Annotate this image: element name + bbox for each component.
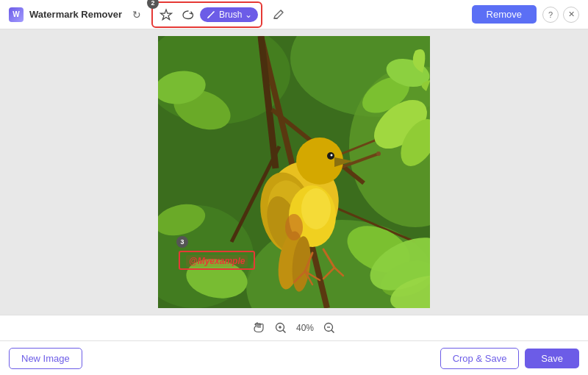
brush-tool-button[interactable]: Brush ⌄	[200, 7, 258, 22]
lasso-tool-button[interactable]	[178, 4, 198, 25]
svg-point-32	[301, 188, 331, 229]
svg-point-14	[376, 151, 381, 156]
eraser-button[interactable]	[268, 4, 289, 25]
zoom-in-button[interactable]	[274, 321, 287, 335]
title-bar: W Watermark Remover ↻ 2	[0, 0, 588, 29]
main-canvas-area: 3 @Myexample	[0, 29, 588, 315]
hand-tool-button[interactable]	[252, 320, 265, 336]
zoom-out-button[interactable]	[323, 321, 336, 335]
watermark-selection-box[interactable]: 3 @Myexample	[179, 251, 255, 270]
svg-line-53	[331, 330, 334, 333]
help-button[interactable]: ?	[542, 7, 559, 23]
polygon-tool-button[interactable]	[156, 4, 176, 25]
svg-line-50	[283, 330, 286, 333]
tool-group: 2 Brush ⌄	[151, 1, 262, 28]
action-bar: New Image Crop & Save Save	[0, 341, 588, 375]
title-bar-right: Remove ? ✕	[472, 5, 579, 24]
window-controls: ? ✕	[542, 7, 579, 23]
image-container[interactable]: 3 @Myexample	[158, 36, 430, 308]
crop-save-button[interactable]: Crop & Save	[440, 348, 520, 369]
svg-point-43	[331, 154, 333, 157]
app-logo: W	[9, 7, 24, 22]
new-image-button[interactable]: New Image	[9, 348, 82, 369]
svg-point-44	[285, 214, 303, 240]
remove-button[interactable]: Remove	[472, 5, 537, 24]
app-title: Watermark Remover	[29, 9, 122, 20]
zoom-level: 40%	[296, 323, 314, 333]
save-button[interactable]: Save	[525, 349, 579, 368]
back-button[interactable]: ↻	[128, 6, 146, 24]
watermark-text: @Myexample	[186, 255, 248, 267]
action-bar-right: Crop & Save Save	[440, 348, 579, 369]
close-button[interactable]: ✕	[563, 7, 579, 23]
title-bar-left: W Watermark Remover ↻ 2	[9, 1, 289, 28]
canvas-image[interactable]: 3 @Myexample	[158, 36, 430, 308]
zoom-bar: 40%	[0, 315, 588, 341]
watermark-badge: 3	[176, 236, 188, 248]
